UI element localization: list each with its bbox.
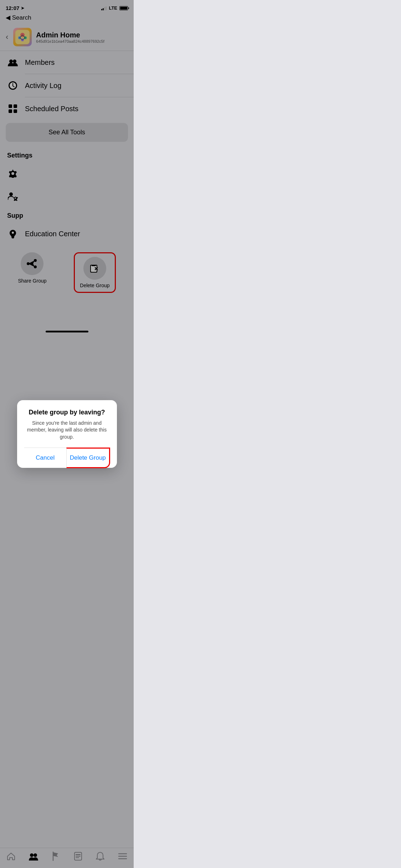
modal-overlay: Delete group by leaving? Since you're th… [0, 0, 134, 332]
